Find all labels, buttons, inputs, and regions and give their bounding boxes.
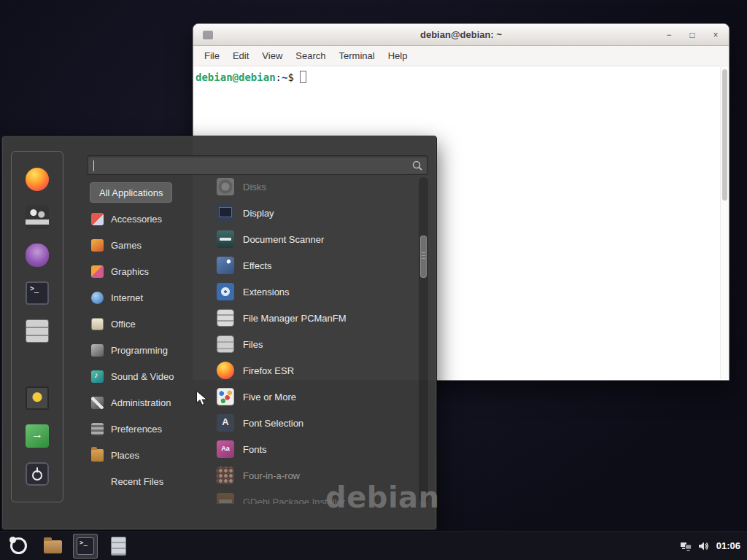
panel-left	[4, 532, 131, 560]
category-games[interactable]: Games	[84, 232, 206, 258]
search-input[interactable]	[87, 155, 428, 175]
app-five-or-more[interactable]: Five or More	[211, 384, 419, 410]
maximize-button[interactable]: □	[685, 24, 700, 46]
menu-scrollbar-thumb[interactable]	[420, 236, 427, 278]
category-programming[interactable]: Programming	[84, 337, 206, 363]
lock-screen-button[interactable]	[20, 382, 55, 414]
app-display[interactable]: Display	[211, 200, 419, 226]
terminal-icon	[26, 281, 49, 305]
logout-button[interactable]	[20, 420, 55, 452]
logout-icon	[26, 424, 49, 448]
accessories-icon	[91, 213, 104, 225]
prompt-user-host: debian@debian	[196, 71, 276, 83]
mascot-icon	[26, 244, 49, 267]
users-icon	[26, 206, 49, 229]
menu-view[interactable]: View	[255, 46, 289, 66]
sound-video-icon	[91, 370, 104, 383]
favorite-firefox[interactable]	[20, 163, 55, 195]
lock-screen-icon	[26, 386, 49, 410]
four-in-a-row-icon	[217, 467, 234, 484]
folder-icon	[44, 540, 62, 553]
favorites-column	[11, 151, 63, 502]
prompt-path: ~	[282, 71, 287, 83]
minimize-button[interactable]: −	[662, 24, 676, 46]
shutdown-icon	[26, 462, 49, 486]
terminal-icon	[77, 537, 94, 555]
clock[interactable]: 01:06	[716, 540, 740, 551]
files-icon	[111, 537, 126, 556]
category-list: All Applications Accessories Games Graph…	[84, 182, 206, 494]
network-icon[interactable]	[680, 540, 692, 552]
places-icon	[91, 449, 104, 462]
app-fonts[interactable]: Fonts	[211, 436, 419, 462]
app-effects[interactable]: Effects	[211, 252, 419, 279]
font-selection-icon	[217, 414, 234, 432]
app-extensions[interactable]: Extensions	[211, 279, 419, 305]
category-accessories[interactable]: Accessories	[84, 206, 206, 232]
debian-watermark: debian	[325, 481, 440, 514]
taskbar-files-window[interactable]	[106, 534, 131, 559]
category-sound-video[interactable]: Sound & Video	[84, 363, 206, 389]
category-office[interactable]: Office	[84, 311, 206, 337]
gdebi-icon	[217, 493, 234, 504]
category-internet[interactable]: Internet	[84, 284, 206, 311]
extensions-icon	[217, 283, 234, 300]
volume-icon[interactable]	[698, 540, 710, 552]
menu-edit[interactable]: Edit	[226, 46, 255, 66]
taskbar-terminal-window[interactable]	[73, 534, 98, 559]
menu-button[interactable]	[4, 534, 32, 559]
prompt-symbol: $	[287, 71, 293, 83]
category-places[interactable]: Places	[84, 442, 206, 468]
favorite-terminal[interactable]	[20, 277, 55, 309]
terminal-scrollbar-thumb[interactable]	[722, 69, 727, 201]
category-all-applications[interactable]: All Applications	[90, 182, 172, 203]
app-files[interactable]: Files	[211, 331, 419, 357]
app-font-selection[interactable]: Font Selection	[211, 410, 419, 436]
favorite-mascot[interactable]	[20, 239, 55, 271]
file-manager-icon	[26, 319, 49, 343]
panel-right: 01:06	[680, 540, 743, 552]
terminal-scrollbar[interactable]	[720, 67, 729, 379]
display-icon	[217, 204, 234, 222]
shutdown-button[interactable]	[20, 458, 55, 490]
firefox-icon	[26, 168, 49, 191]
internet-icon	[91, 292, 104, 304]
office-icon	[91, 318, 104, 330]
launcher-file-manager[interactable]	[40, 534, 65, 559]
games-icon	[91, 239, 104, 252]
app-disks[interactable]: Disks	[211, 174, 419, 200]
terminal-menubar: File Edit View Search Terminal Help	[193, 46, 729, 66]
menu-search[interactable]: Search	[289, 46, 332, 66]
application-menu: All Applications Accessories Games Graph…	[1, 136, 437, 530]
firefox-icon	[217, 362, 234, 379]
recent-files-icon	[91, 475, 104, 488]
application-list: Disks Display Document Scanner Effects E…	[211, 174, 419, 504]
category-graphics[interactable]: Graphics	[84, 258, 206, 284]
terminal-cursor	[300, 71, 306, 83]
window-controls: − □ ×	[662, 24, 723, 46]
menu-file[interactable]: File	[198, 46, 226, 66]
menu-terminal[interactable]: Terminal	[333, 46, 382, 66]
app-document-scanner[interactable]: Document Scanner	[211, 226, 419, 252]
category-preferences[interactable]: Preferences	[84, 416, 206, 442]
effects-icon	[217, 257, 234, 274]
app-firefox-esr[interactable]: Firefox ESR	[211, 357, 419, 384]
favorite-file-manager[interactable]	[20, 315, 55, 347]
bottom-panel: 01:06	[0, 531, 747, 560]
terminal-prompt: debian@debian:~$	[193, 67, 729, 83]
five-or-more-icon	[217, 388, 234, 405]
fonts-icon	[217, 440, 234, 458]
app-file-manager-pcmanfm[interactable]: File Manager PCManFM	[211, 305, 419, 331]
menu-scrollbar[interactable]	[419, 177, 428, 502]
programming-icon	[91, 344, 104, 357]
text-caret	[93, 160, 94, 171]
files-icon	[217, 335, 234, 353]
category-recent-files[interactable]: Recent Files	[84, 468, 206, 494]
document-scanner-icon	[217, 230, 234, 248]
close-button[interactable]: ×	[708, 24, 723, 46]
prompt-separator: :	[276, 71, 282, 83]
category-administration[interactable]: Administration	[84, 389, 206, 416]
favorite-users[interactable]	[20, 201, 55, 233]
menu-help[interactable]: Help	[382, 46, 414, 66]
terminal-titlebar[interactable]: debian@debian: ~ − □ ×	[193, 24, 729, 46]
